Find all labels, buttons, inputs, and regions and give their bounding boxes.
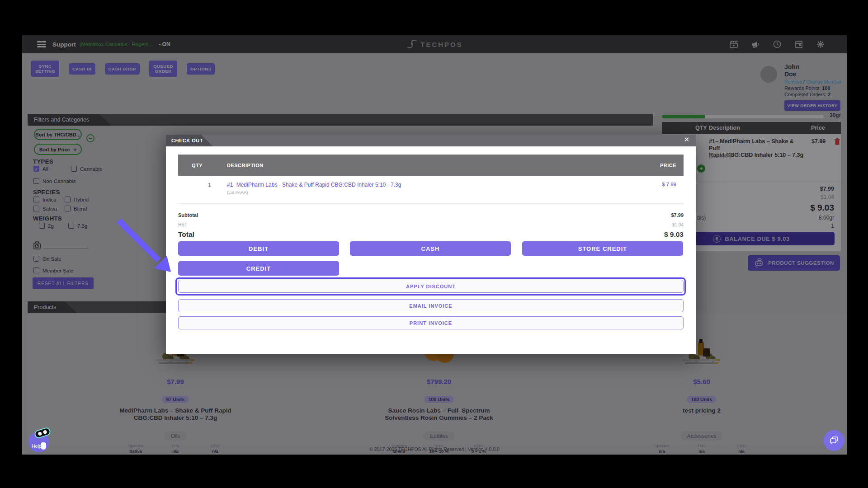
checkout-title: CHECK OUT — [166, 135, 213, 146]
screen: Support (Matchbox Cannabis - Rogers ... … — [0, 0, 868, 488]
total-label: Total — [178, 230, 194, 239]
tax-label: HST — [178, 222, 187, 227]
subtotal-value: $7.99 — [671, 212, 684, 218]
description-column-header: DESCRIPTION — [227, 163, 264, 168]
price-column-header: PRICE — [660, 163, 676, 168]
help-label: Help — [32, 443, 42, 449]
tax-value: $1.04 — [672, 222, 684, 227]
qty-column-header: QTY — [192, 163, 203, 168]
help-button[interactable]: Help — [28, 432, 49, 452]
debit-button[interactable]: DEBIT — [178, 241, 339, 256]
item-qty: 1 — [208, 182, 211, 188]
item-price: $ 7.99 — [662, 182, 676, 187]
cash-button[interactable]: CASH — [350, 241, 511, 256]
checkout-item-row: 1 #1- MediPharm Labs - Shake & Puff Rapi… — [178, 176, 684, 204]
checkout-modal: CHECK OUT ✕ QTY DESCRIPTION PRICE 1 #1- … — [166, 135, 696, 354]
item-name: #1- MediPharm Labs - Shake & Puff Rapid … — [227, 182, 401, 188]
subtotal-label: Subtotal — [178, 212, 198, 218]
checkout-table-header: QTY DESCRIPTION PRICE — [178, 155, 684, 176]
store-credit-button[interactable]: STORE CREDIT — [522, 241, 683, 256]
total-value: $ 9.03 — [664, 230, 684, 239]
close-icon[interactable]: ✕ — [684, 136, 689, 144]
chat-button[interactable] — [824, 430, 844, 451]
apply-discount-button[interactable]: APPLY DISCOUNT — [178, 280, 684, 293]
email-invoice-button[interactable]: EMAIL INVOICE — [178, 299, 684, 312]
pos-app: Support (Matchbox Cannabis - Rogers ... … — [22, 35, 847, 455]
help-robot-hand — [41, 442, 46, 450]
chat-bubbles-icon — [829, 436, 840, 446]
print-invoice-button[interactable]: PRINT INVOICE — [178, 316, 684, 329]
credit-button[interactable]: CREDIT — [178, 261, 339, 276]
item-lot: (Lot #AAA) — [227, 190, 248, 195]
checkout-modal-header: CHECK OUT ✕ — [166, 135, 696, 146]
